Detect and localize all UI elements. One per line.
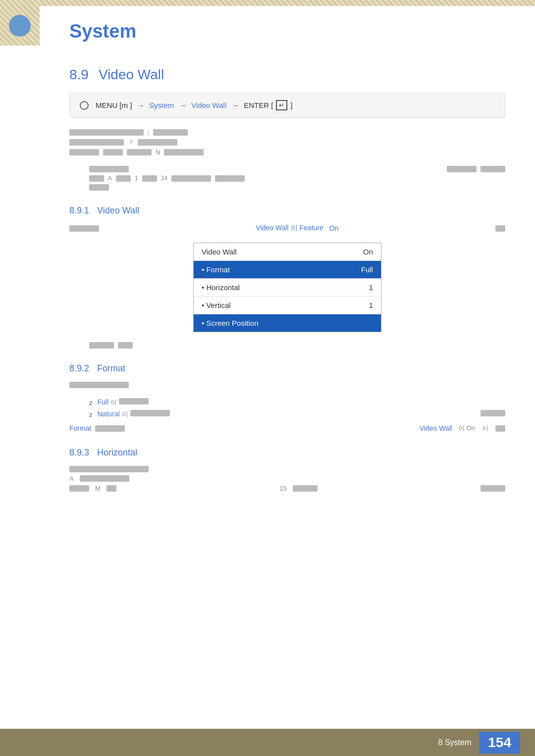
subsection-893-body: A M 15 <box>69 466 505 492</box>
subsection-892-body <box>69 382 505 388</box>
section-title-8-9: Video Wall <box>99 67 164 83</box>
footer-section-label: 8 System <box>438 738 472 747</box>
bullet-marker-natural: z <box>89 411 93 418</box>
bullet-marker-full: z <box>89 399 93 406</box>
osd-row-screen-position: • Screen Position <box>194 314 381 332</box>
osd-panel-container: Video Wall On • Format Full • Horizontal… <box>69 243 505 332</box>
bullet-label-full: Full <box>98 398 109 406</box>
footer-page-number: 154 <box>479 732 520 754</box>
section-header-8-9: 8.9 Video Wall <box>69 67 505 83</box>
format-note-label: Format <box>69 424 91 432</box>
osd-value-format: Full <box>361 265 373 274</box>
osd-label-screen-position: • Screen Position <box>202 319 258 327</box>
subsection-title-892: Format <box>97 363 125 374</box>
arrow-2: → <box>179 101 186 109</box>
section-body-text: | F N <box>69 129 505 156</box>
menu-item-videowall: Video Wall <box>191 101 226 109</box>
subsection-892-note: Format Video Wall 이 On 시 <box>69 424 505 433</box>
osd-label-format: • Format <box>202 265 230 274</box>
osd-row-format: • Format Full <box>194 261 381 279</box>
videowall-note-label: Video Wall <box>420 424 452 432</box>
page-title: System <box>69 21 505 42</box>
osd-value-videowall: On <box>363 248 373 256</box>
subsection-891-note <box>89 342 505 349</box>
sidebar-icon-area <box>0 6 40 46</box>
top-decorative-bar <box>0 0 535 6</box>
subsection-title-893: Horizontal <box>97 448 137 458</box>
subsection-header-892: 8.9.2 Format <box>69 363 505 374</box>
osd-row-vertical: • Vertical 1 <box>194 297 381 314</box>
menu-prefix: MENU [m ] <box>96 101 132 109</box>
osd-value-vertical: 1 <box>369 301 373 309</box>
subsection-header-891: 8.9.1 Video Wall <box>69 205 505 216</box>
page-footer: 8 System 154 <box>0 729 535 756</box>
enter-icon: ↵ <box>276 100 287 110</box>
bullet-label-natural: Natural <box>98 410 120 418</box>
menu-item-system: System <box>149 101 174 109</box>
osd-menu-panel: Video Wall On • Format Full • Horizontal… <box>193 243 381 332</box>
osd-value-horizontal: 1 <box>369 283 373 292</box>
menu-path: MENU [m ] → System → Video Wall → ENTER … <box>69 93 505 118</box>
menu-suffix: ] <box>290 101 292 109</box>
indented-block: A 1 24 <box>89 166 505 191</box>
menu-circle-icon <box>80 101 89 110</box>
section-icon-circle <box>9 15 31 37</box>
subsection-number-893: 8.9.3 <box>69 448 89 458</box>
osd-label-videowall: Video Wall <box>202 248 237 256</box>
subsection-891-body: Video Wall 이 Feature On <box>69 224 505 233</box>
bullet-item-natural: z Natural 이 <box>89 410 505 419</box>
osd-label-vertical: • Vertical <box>202 301 231 309</box>
section-number-8-9: 8.9 <box>69 67 89 83</box>
subsection-number-891: 8.9.1 <box>69 205 89 216</box>
subsection-header-893: 8.9.3 Horizontal <box>69 448 505 458</box>
arrow-1: → <box>137 101 144 109</box>
osd-label-horizontal: • Horizontal <box>202 283 240 292</box>
bullet-item-full: z Full 이 <box>89 398 505 407</box>
osd-row-videowall: Video Wall On <box>194 243 381 261</box>
subsection-number-892: 8.9.2 <box>69 363 89 374</box>
menu-item-enter: ENTER [ <box>244 101 273 109</box>
subsection-title-891: Video Wall <box>97 205 139 216</box>
arrow-3: → <box>231 101 239 109</box>
osd-row-horizontal: • Horizontal 1 <box>194 279 381 297</box>
